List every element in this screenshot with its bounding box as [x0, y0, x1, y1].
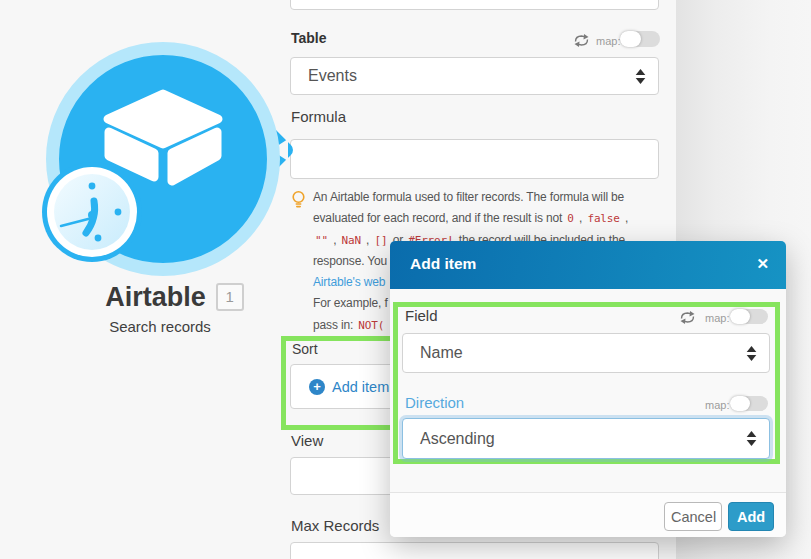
map-label: map:: [705, 399, 729, 411]
max-records-input[interactable]: [290, 542, 659, 559]
plus-icon: +: [309, 379, 325, 395]
scenario-editor: Airtable1 Search records Table map: Even…: [0, 0, 811, 559]
module-number-badge: 1: [216, 283, 244, 311]
lightbulb-icon: [290, 190, 307, 211]
view-label: View: [291, 432, 323, 449]
modal-footer: [390, 492, 786, 537]
table-select[interactable]: Events: [290, 57, 659, 95]
map-label: map:: [705, 312, 729, 324]
table-select-value: Events: [308, 67, 357, 85]
toggle-knob: [620, 31, 641, 47]
module-title-row: Airtable1: [32, 282, 317, 313]
map-toggle[interactable]: [620, 31, 660, 47]
max-records-label: Max Records: [291, 517, 379, 534]
base-input-partial[interactable]: [290, 0, 659, 10]
map-label: map:: [596, 35, 620, 47]
module-title: Airtable: [105, 282, 206, 312]
field-select-value: Name: [420, 344, 463, 362]
add-button[interactable]: Add: [728, 502, 774, 531]
direction-select-value: Ascending: [420, 430, 495, 448]
direction-label: Direction: [405, 394, 464, 411]
select-arrows-icon: [635, 68, 646, 85]
sort-label: Sort: [292, 341, 318, 357]
refresh-icon[interactable]: [679, 311, 696, 324]
toggle-knob: [730, 309, 750, 324]
direction-map-toggle[interactable]: [730, 396, 768, 411]
modal-title: Add item: [410, 255, 476, 273]
select-arrows-icon: [746, 430, 757, 447]
direction-select[interactable]: Ascending: [402, 418, 770, 459]
formula-label: Formula: [291, 108, 346, 125]
add-item-label: Add item: [332, 379, 389, 395]
field-label: Field: [405, 307, 438, 324]
field-select[interactable]: Name: [402, 333, 770, 373]
clock-icon: [42, 162, 142, 262]
formula-input[interactable]: [290, 139, 659, 179]
module-subtitle: Search records: [30, 318, 290, 335]
close-icon[interactable]: ✕: [756, 255, 769, 273]
select-arrows-icon: [746, 345, 757, 362]
table-label: Table: [291, 30, 327, 46]
cancel-button[interactable]: Cancel: [664, 502, 722, 531]
refresh-icon[interactable]: [573, 34, 590, 47]
field-map-toggle[interactable]: [730, 309, 768, 324]
add-item-modal: Add item ✕ Field map: Name Direction map…: [390, 241, 786, 537]
toggle-knob: [730, 396, 750, 411]
